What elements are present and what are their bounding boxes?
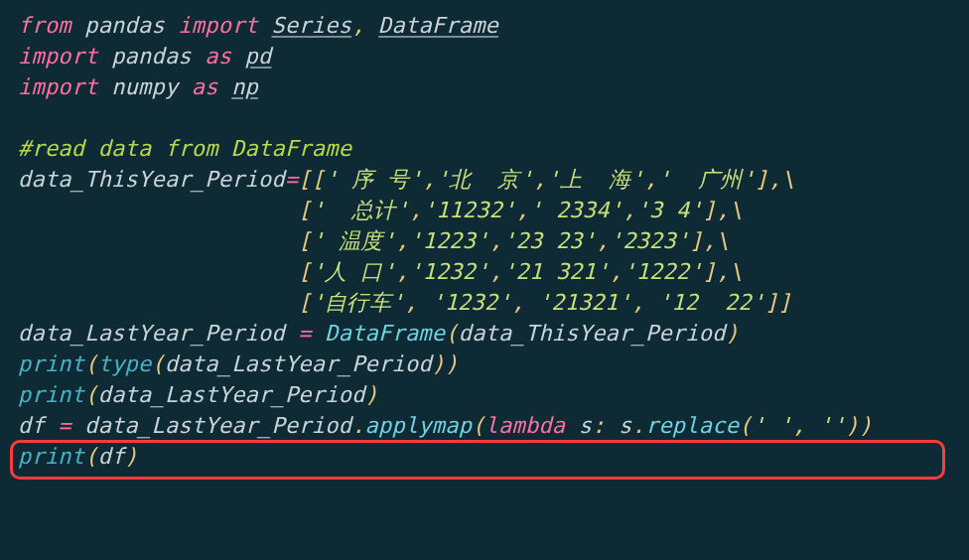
code-line: data_ThisYear_Period=[[' 序 号','北 京','上 海…: [18, 167, 795, 192]
highlight-box: [10, 440, 945, 480]
code-line: ['自行车', '1232', '21321', '12 22']]: [18, 290, 791, 315]
code-line: print(data_LastYear_Period): [18, 382, 378, 407]
code-line: data_LastYear_Period = DataFrame(data_Th…: [18, 321, 739, 346]
symbol-series: Series: [271, 13, 351, 38]
code-line: import numpy as np: [18, 74, 258, 99]
code-block: from pandas import Series, DataFrame imp…: [0, 0, 969, 490]
code-line: import pandas as pd: [18, 44, 271, 69]
code-line: [' 总计','11232',' 2334','3 4'],\: [18, 198, 743, 222]
code-line: print(type(data_LastYear_Period)): [18, 351, 459, 376]
code-line: [' 温度','1223','23 23','2323'],\: [18, 228, 730, 253]
code-line: print(df): [18, 444, 138, 469]
symbol-dataframe: DataFrame: [378, 13, 498, 38]
code-line: #read data from DataFrame: [18, 136, 351, 161]
code-line: from pandas import Series, DataFrame: [18, 13, 498, 38]
code-line: ['人 口','1232','21 321','1222'],\: [18, 259, 743, 284]
code-line: df = data_LastYear_Period.applymap(lambd…: [18, 413, 873, 438]
